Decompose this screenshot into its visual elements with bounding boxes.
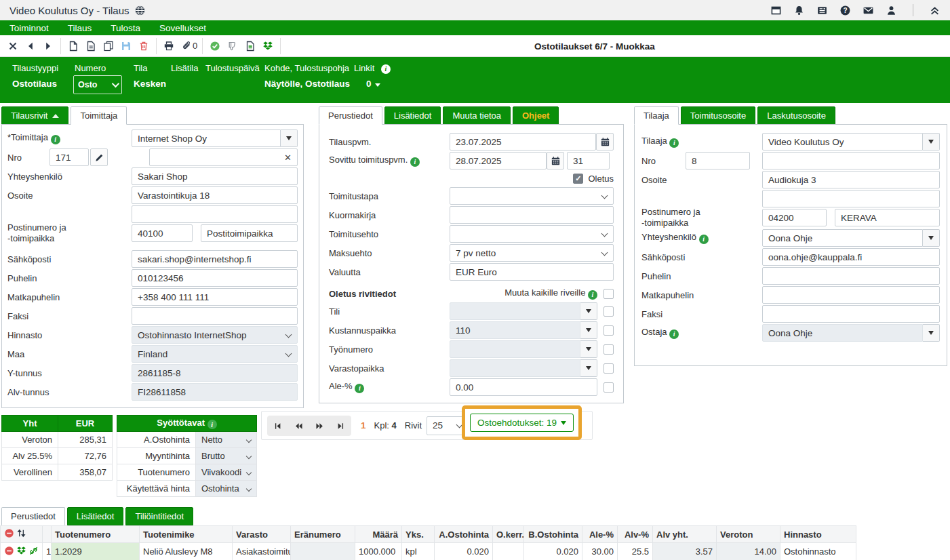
dropdown-button[interactable] <box>923 324 940 342</box>
tab-toimitusosoite[interactable]: Toimitusosoite <box>681 106 755 125</box>
discount-input[interactable]: 0.00 <box>450 378 597 396</box>
previous-page-button[interactable] <box>288 416 309 436</box>
order-date-input[interactable]: 23.07.2025 <box>450 133 596 151</box>
customer-contact-select[interactable]: Oona Ohje <box>762 229 940 247</box>
dropdown-button[interactable] <box>281 129 298 147</box>
customer-email-input[interactable]: oona.ohje@kauppala.fi <box>762 248 940 266</box>
dropdown-button[interactable] <box>580 359 597 377</box>
dropdown-button[interactable] <box>923 229 940 247</box>
myyntihinta-mode-select[interactable]: Brutto <box>196 448 257 464</box>
tab-tilaaja[interactable]: Tilaaja <box>634 106 679 125</box>
tab-lisatiedot[interactable]: Lisätiedot <box>384 106 441 125</box>
tab-perustiedot[interactable]: Perustiedot <box>319 106 382 125</box>
customer-mobile-input[interactable] <box>762 286 940 304</box>
info-icon[interactable]: i <box>588 290 597 300</box>
customer-phone-input[interactable] <box>762 267 940 285</box>
customer-name2-input[interactable] <box>762 152 940 169</box>
tuotenumero-mode-select[interactable]: Viivakoodi <box>196 464 257 481</box>
currency-input[interactable]: EUR Euro <box>450 263 614 281</box>
customer-fax-input[interactable] <box>762 305 940 323</box>
tab-toimittaja[interactable]: Toimittaja <box>71 106 127 125</box>
open-document-button[interactable] <box>82 37 100 55</box>
links-dropdown[interactable]: 0 <box>366 79 380 89</box>
line-discount[interactable]: 30.00 <box>582 543 618 560</box>
email-input[interactable]: sakari.shop@internetshop.fi <box>132 250 298 268</box>
default-date-checkbox[interactable]: ✓ <box>573 174 583 184</box>
mail-icon[interactable] <box>863 5 874 16</box>
line-unit[interactable]: kpl <box>402 543 435 560</box>
last-page-button[interactable] <box>330 416 351 436</box>
customer-address2-input[interactable] <box>762 190 940 207</box>
approve-button[interactable] <box>206 37 224 55</box>
delivery-date-calendar-button[interactable] <box>547 152 564 169</box>
line-vat-percent[interactable]: 25.5 <box>618 543 653 560</box>
purchase-suggestions-button[interactable]: Ostoehdotukset: 19 <box>470 414 574 432</box>
work-number-select[interactable] <box>450 340 597 358</box>
user-icon[interactable] <box>886 5 897 16</box>
line-a-purchase-price[interactable]: 0.020 <box>435 543 493 560</box>
customer-postal-city-input[interactable]: KERAVA <box>835 209 940 226</box>
postal-city-input[interactable]: Postitoimipaikka <box>201 224 298 242</box>
address2-input[interactable] <box>132 205 298 223</box>
tab-tilausrivit[interactable]: Tilausrivit <box>1 106 68 125</box>
next-record-button[interactable] <box>39 37 57 55</box>
work-number-apply-checkbox[interactable] <box>603 344 614 355</box>
dropdown-button[interactable] <box>580 302 597 320</box>
remove-line-icon[interactable] <box>4 546 14 556</box>
apply-all-checkbox[interactable] <box>603 289 614 299</box>
help-icon[interactable]: ? <box>839 5 851 16</box>
cost-center-select[interactable]: 110 <box>450 321 597 339</box>
mobile-input[interactable]: +358 400 111 111 <box>132 288 298 306</box>
sort-icon[interactable] <box>16 528 26 538</box>
customer-number-input[interactable]: 8 <box>686 152 750 169</box>
account-select[interactable] <box>450 302 597 320</box>
print-button[interactable] <box>160 37 178 55</box>
unlink-icon[interactable] <box>28 546 39 556</box>
collapse-icon[interactable] <box>929 5 941 16</box>
info-icon[interactable]: i <box>669 329 679 339</box>
order-number-select[interactable]: Osto <box>73 75 122 94</box>
cost-center-apply-checkbox[interactable] <box>603 325 614 336</box>
pricelist-select[interactable]: Ostohinnasto InternetShop <box>132 326 298 344</box>
previous-record-button[interactable] <box>22 37 39 55</box>
info-icon[interactable]: i <box>669 138 679 148</box>
tab-ohjeet[interactable]: Ohjeet <box>513 106 559 125</box>
supplier-name2-input[interactable]: ✕ <box>149 148 298 166</box>
info-icon[interactable]: i <box>355 384 364 393</box>
line-o-coefficient[interactable] <box>493 543 524 560</box>
window-icon[interactable] <box>770 5 782 16</box>
a-ostohinta-mode-select[interactable]: Netto <box>196 432 257 448</box>
edit-supplier-button[interactable] <box>90 148 108 166</box>
country-select[interactable]: Finland <box>132 345 298 363</box>
tab-lines-tiliointitiedot[interactable]: Tiliöintitiedot <box>125 507 193 525</box>
copy-document-button[interactable] <box>100 37 117 55</box>
kaytettava-hinta-mode-select[interactable]: Ostohinta <box>196 481 257 497</box>
current-page[interactable]: 1 <box>361 420 366 431</box>
delivery-method-select[interactable] <box>450 187 614 205</box>
dropbox-icon[interactable] <box>16 546 26 556</box>
line-b-purchase-price[interactable]: 0.020 <box>524 543 582 560</box>
menu-sovellukset[interactable]: Sovellukset <box>150 23 216 33</box>
delete-button[interactable] <box>135 37 153 55</box>
report-button[interactable] <box>241 37 259 55</box>
contact-input[interactable]: Sakari Shop <box>132 167 298 185</box>
save-button[interactable] <box>117 37 135 55</box>
news-icon[interactable] <box>816 5 828 16</box>
dropdown-button[interactable] <box>580 340 597 358</box>
payment-term-select[interactable]: 7 pv netto <box>450 244 614 262</box>
line-product-number[interactable]: 1.2029 <box>52 543 140 560</box>
tab-laskutusosoite[interactable]: Laskutusosoite <box>757 106 835 125</box>
line-quantity[interactable]: 1000.000 <box>355 543 402 560</box>
address-input[interactable]: Varastointikuja 18 <box>132 186 298 204</box>
order-date-calendar-button[interactable] <box>596 133 614 151</box>
info-icon[interactable]: i <box>51 135 60 144</box>
info-icon[interactable]: i <box>410 157 420 167</box>
tab-lines-perustiedot[interactable]: Perustiedot <box>1 507 65 525</box>
account-apply-checkbox[interactable] <box>603 306 614 317</box>
line-warehouse[interactable]: Asiakastoimitus <box>233 543 291 560</box>
info-icon[interactable]: i <box>207 420 217 429</box>
remove-all-icon[interactable] <box>4 528 14 538</box>
tab-muuta-tietoa[interactable]: Muuta tietoa <box>443 106 511 125</box>
close-button[interactable] <box>4 37 22 55</box>
customer-postal-code-input[interactable]: 04200 <box>762 209 827 226</box>
